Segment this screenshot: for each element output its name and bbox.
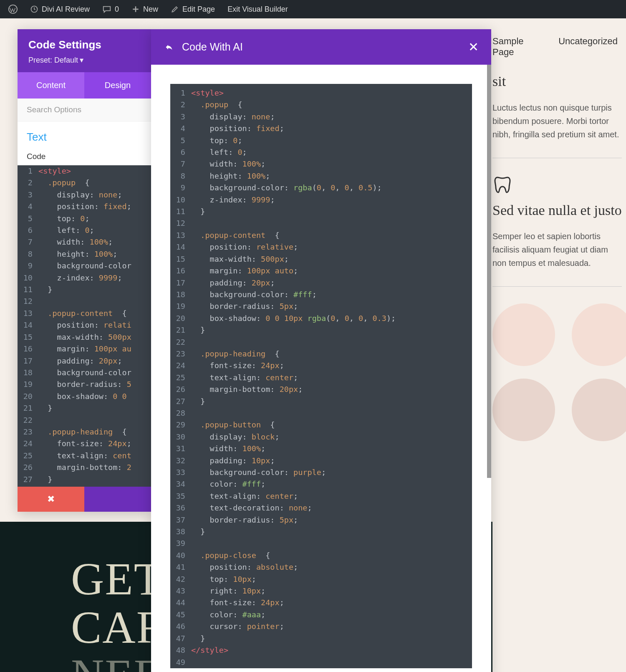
code-line: 2 .popup { bbox=[18, 177, 151, 189]
code-line: 34 color: #fff; bbox=[170, 478, 472, 490]
site-name[interactable]: Divi AI Review bbox=[26, 5, 94, 14]
settings-header: Code Settings Preset: Default ▾ bbox=[18, 29, 151, 72]
code-line: 7 width: 100%; bbox=[170, 158, 472, 170]
save-button[interactable] bbox=[84, 487, 151, 512]
code-line: 16 margin: 100px au bbox=[18, 343, 151, 355]
code-line: 6 left: 0; bbox=[170, 147, 472, 158]
nav-uncategorized[interactable]: Uncategorized bbox=[558, 36, 618, 58]
cancel-button[interactable]: ✖ bbox=[18, 487, 84, 512]
image-circles bbox=[492, 303, 622, 366]
ai-panel-header: Code With AI ✕ bbox=[151, 29, 491, 65]
scrollbar[interactable] bbox=[487, 65, 491, 478]
code-line: 37 border-radius: 5px; bbox=[170, 514, 472, 526]
code-editor-small[interactable]: 1<style>2 .popup {3 display: none;4 posi… bbox=[18, 165, 151, 487]
code-line: 11 } bbox=[170, 206, 472, 217]
code-line: 25 text-align: cent bbox=[18, 450, 151, 462]
code-line: 14 position: relati bbox=[18, 319, 151, 331]
chevron-down-icon: ▾ bbox=[80, 56, 83, 65]
code-line: 45 color: #aaa; bbox=[170, 609, 472, 621]
back-arrow-icon[interactable] bbox=[164, 42, 174, 53]
wp-logo[interactable] bbox=[4, 5, 22, 14]
code-line: 29 .popup-button { bbox=[170, 419, 472, 431]
code-line: 26 margin-bottom: 2 bbox=[18, 462, 151, 473]
circle-image bbox=[572, 303, 626, 366]
code-line: 8 height: 100%; bbox=[18, 248, 151, 260]
code-line: 7 width: 100%; bbox=[18, 236, 151, 248]
code-line: 12 bbox=[170, 217, 472, 229]
code-line: 49 bbox=[170, 657, 472, 668]
code-line: 47 } bbox=[170, 633, 472, 644]
code-editor-ai[interactable]: 1<style>2 .popup {3 display: none;4 posi… bbox=[170, 84, 472, 668]
code-line: 1<style> bbox=[170, 87, 472, 99]
code-line: 40 .popup-close { bbox=[170, 550, 472, 561]
block2-paragraph: Semper leo et sapien lobortis facilisis … bbox=[492, 230, 622, 287]
comments-count: 0 bbox=[115, 5, 119, 14]
code-line: 10 z-index: 9999; bbox=[170, 194, 472, 206]
code-line: 18 background-color bbox=[18, 367, 151, 379]
code-line: 32 padding: 10px; bbox=[170, 455, 472, 467]
close-icon: ✖ bbox=[47, 494, 55, 505]
right-column: Sample Page Uncategorized sit Luctus lec… bbox=[492, 18, 626, 441]
code-line: 3 display: none; bbox=[18, 189, 151, 201]
ai-panel-title: Code With AI bbox=[182, 41, 243, 53]
code-line: 15 max-width: 500px bbox=[18, 331, 151, 343]
code-line: 4 position: fixed; bbox=[170, 123, 472, 134]
nav-sample-page[interactable]: Sample Page bbox=[492, 36, 546, 58]
code-line: 11 } bbox=[18, 284, 151, 296]
wp-admin-bar: Divi AI Review 0 New Edit Page Exit Visu… bbox=[0, 0, 626, 18]
tooth-icon bbox=[492, 175, 622, 195]
code-line: 1<style> bbox=[18, 165, 151, 177]
code-line: 44 font-size: 24px; bbox=[170, 597, 472, 609]
code-line: 38 } bbox=[170, 526, 472, 538]
close-icon[interactable]: ✕ bbox=[468, 40, 479, 54]
section-text[interactable]: Text bbox=[18, 121, 151, 147]
code-line: 19 border-radius: 5 bbox=[18, 379, 151, 390]
code-line: 13 .popup-content { bbox=[170, 230, 472, 241]
code-line: 43 right: 10px; bbox=[170, 585, 472, 597]
code-line: 23 .popup-heading { bbox=[170, 348, 472, 360]
code-settings-panel: Code Settings Preset: Default ▾ Content … bbox=[18, 29, 151, 512]
code-line: 33 background-color: purple; bbox=[170, 467, 472, 478]
code-line: 36 text-decoration: none; bbox=[170, 502, 472, 514]
search-options-input[interactable]: Search Options bbox=[18, 99, 151, 121]
code-line: 6 left: 0; bbox=[18, 225, 151, 236]
code-line: 48</style> bbox=[170, 644, 472, 656]
code-line: 27 } bbox=[170, 396, 472, 407]
code-line: 21 } bbox=[18, 402, 151, 414]
tab-content[interactable]: Content bbox=[18, 72, 84, 99]
site-nav: Sample Page Uncategorized bbox=[492, 28, 622, 70]
code-line: 28 bbox=[170, 407, 472, 419]
circle-image bbox=[492, 379, 555, 441]
settings-title: Code Settings bbox=[28, 38, 140, 51]
code-line: 14 position: relative; bbox=[170, 241, 472, 253]
new-label: New bbox=[143, 5, 158, 14]
code-line: 18 background-color: #fff; bbox=[170, 289, 472, 301]
code-line: 9 background-color bbox=[18, 260, 151, 272]
search-placeholder: Search Options bbox=[27, 105, 81, 114]
code-line: 12 bbox=[18, 296, 151, 307]
code-line: 23 .popup-heading { bbox=[18, 426, 151, 438]
preset-label: Preset: Default bbox=[28, 56, 78, 65]
settings-footer: ✖ bbox=[18, 487, 151, 512]
exit-vb-label: Exit Visual Builder bbox=[227, 5, 288, 14]
code-line: 17 padding: 20px; bbox=[18, 355, 151, 367]
code-line: 17 padding: 20px; bbox=[170, 277, 472, 289]
circle-image bbox=[572, 379, 626, 441]
code-line: 41 position: absolute; bbox=[170, 561, 472, 573]
comments[interactable]: 0 bbox=[98, 5, 123, 14]
preset-selector[interactable]: Preset: Default ▾ bbox=[28, 56, 140, 65]
new-content[interactable]: New bbox=[127, 5, 162, 14]
code-line: 27 } bbox=[18, 474, 151, 485]
edit-page[interactable]: Edit Page bbox=[167, 5, 219, 14]
code-line: 20 box-shadow: 0 0 10px rgba(0, 0, 0, 0.… bbox=[170, 313, 472, 324]
ai-panel-body: 1<style>2 .popup {3 display: none;4 posi… bbox=[151, 65, 491, 672]
tab-design[interactable]: Design bbox=[84, 72, 151, 99]
code-line: 22 bbox=[170, 336, 472, 348]
code-line: 21 } bbox=[170, 324, 472, 336]
block1-paragraph: Luctus lectus non quisque turpis bibendu… bbox=[492, 101, 622, 158]
code-line: 24 font-size: 24px; bbox=[170, 360, 472, 371]
exit-visual-builder[interactable]: Exit Visual Builder bbox=[223, 5, 292, 14]
code-line: 39 bbox=[170, 538, 472, 549]
circle-image bbox=[492, 303, 555, 366]
code-line: 15 max-width: 500px; bbox=[170, 253, 472, 265]
